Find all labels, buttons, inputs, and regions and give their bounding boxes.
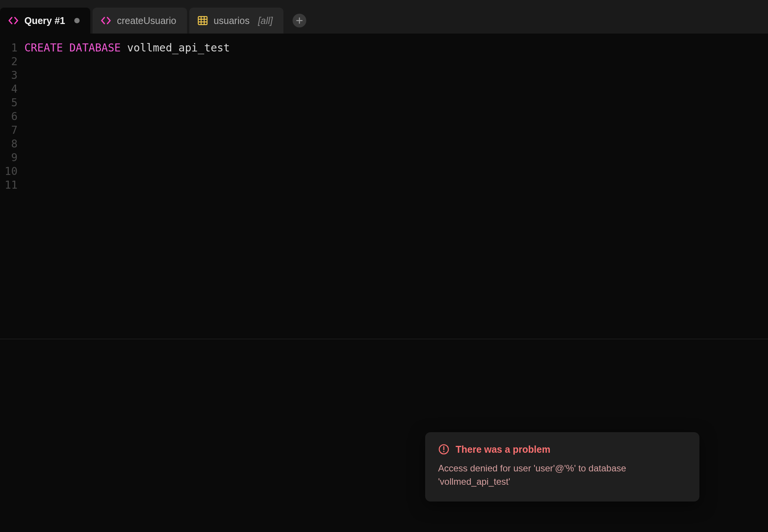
sql-identifier: vollmed_api_test xyxy=(127,42,230,54)
line-number: 2 xyxy=(0,55,18,69)
table-icon xyxy=(198,16,208,25)
line-number: 10 xyxy=(0,165,18,178)
line-number: 1 xyxy=(0,41,18,55)
line-number: 11 xyxy=(0,178,18,192)
tab-bar: Query #1 createUsuario xyxy=(0,0,768,34)
tab-label: createUsuario xyxy=(117,15,176,26)
line-number: 8 xyxy=(0,137,18,151)
line-number: 7 xyxy=(0,123,18,137)
results-panel: There was a problem Access denied for us… xyxy=(0,339,768,532)
line-gutter: 1234567891011 xyxy=(0,41,21,339)
alert-circle-icon xyxy=(438,444,450,455)
tab-create-usuario[interactable]: createUsuario xyxy=(93,8,187,34)
line-number: 6 xyxy=(0,110,18,123)
tab-label: usuarios xyxy=(214,15,250,26)
code-icon xyxy=(8,17,18,24)
error-toast: There was a problem Access denied for us… xyxy=(425,432,699,502)
dirty-indicator-icon xyxy=(74,18,80,23)
line-number: 4 xyxy=(0,82,18,96)
sql-editor[interactable]: 1234567891011 CREATE DATABASE vollmed_ap… xyxy=(0,34,768,339)
add-tab-button[interactable] xyxy=(293,14,306,27)
line-number: 3 xyxy=(0,69,18,82)
tab-query-1[interactable]: Query #1 xyxy=(0,8,90,34)
code-icon xyxy=(101,17,111,24)
line-number: 5 xyxy=(0,96,18,110)
line-number: 9 xyxy=(0,151,18,165)
tab-suffix: [all] xyxy=(258,15,273,26)
svg-rect-0 xyxy=(198,17,207,25)
tab-usuarios[interactable]: usuarios [all] xyxy=(189,8,283,34)
toast-message: Access denied for user 'user'@'%' to dat… xyxy=(438,462,686,489)
sql-keyword: CREATE DATABASE xyxy=(24,42,121,54)
code-content: CREATE DATABASE vollmed_api_test xyxy=(21,41,230,339)
svg-point-9 xyxy=(443,451,445,453)
tab-label: Query #1 xyxy=(24,15,65,26)
toast-title: There was a problem xyxy=(456,444,550,455)
